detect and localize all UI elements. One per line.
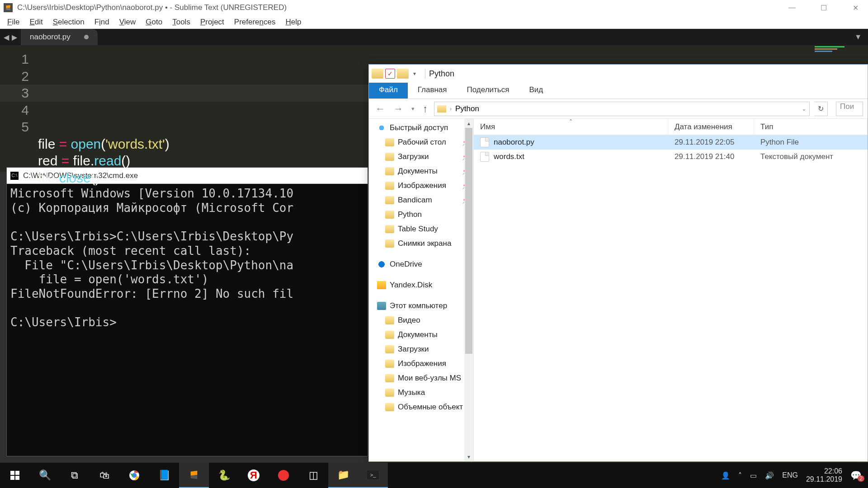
system-tray: 👤 ˄ ▭ 🔊 ENG 22:06 29.11.2019 💬2 [715, 467, 868, 484]
yandex-icon [377, 281, 386, 289]
editor-tab[interactable]: naoborot.py [21, 29, 98, 45]
qat-dropdown[interactable]: ▾ [410, 70, 419, 77]
tree-ms-nodes[interactable]: Мои веб-узлы MS [369, 371, 473, 385]
unsaved-indicator-icon [84, 35, 89, 39]
tree-python[interactable]: Python [369, 207, 473, 222]
ribbon-tab-home[interactable]: Главная [408, 83, 457, 99]
notif-count: 2 [858, 475, 864, 482]
menu-preferences[interactable]: Preferences [230, 17, 280, 28]
tree-downloads2[interactable]: Загрузки [369, 342, 473, 357]
menu-find[interactable]: Find [90, 17, 114, 28]
svg-rect-3 [15, 476, 19, 480]
menu-selection[interactable]: Selection [48, 17, 89, 28]
chrome-button[interactable] [119, 463, 149, 488]
sublime-app-icon [4, 3, 13, 12]
store-button[interactable]: 🛍 [90, 463, 119, 488]
folder-icon [385, 374, 394, 382]
app-button[interactable]: ◫ [298, 463, 328, 488]
taskbar: 🔍 ⧉ 🛍 📘 🐍 Я ◫ 📁 >_ 👤 ˄ ▭ 🔊 ENG 22:06 29.… [0, 463, 868, 488]
menu-view[interactable]: View [115, 17, 141, 28]
qat-properties-icon[interactable]: ✓ [385, 69, 395, 79]
tree-documents2[interactable]: Документы [369, 328, 473, 342]
ribbon-tab-view[interactable]: Вид [519, 83, 553, 99]
cmd-output[interactable]: Microsoft Windows [Version 10.0.17134.10… [7, 184, 368, 333]
menu-edit[interactable]: Edit [25, 17, 47, 28]
tab-nav-back[interactable]: ◀ [4, 33, 9, 42]
record-button[interactable] [269, 463, 298, 488]
folder-icon [385, 360, 394, 368]
svg-rect-0 [10, 471, 14, 475]
folder-icon [385, 403, 394, 411]
tree-music[interactable]: Музыка [369, 385, 473, 400]
minimize-button[interactable]: — [783, 4, 801, 12]
folder-icon [385, 225, 394, 233]
notes-button[interactable]: 📘 [149, 463, 179, 488]
line-num: 5 [0, 118, 29, 136]
folder-icon [385, 389, 394, 397]
sublime-tab-bar: ◀ ▶ naoborot.py ▼ [0, 29, 868, 45]
tree-screenshots[interactable]: Снимки экрана [369, 236, 473, 251]
cmd-taskbar-button[interactable]: >_ [358, 463, 388, 488]
pc-icon [377, 302, 386, 310]
explorer-ribbon: Файл Главная Поделиться Вид [369, 83, 868, 99]
tree-onedrive[interactable]: OneDrive [369, 257, 473, 272]
line-gutter: 1 2 3 4 5 [0, 45, 36, 172]
sublime-titlebar[interactable]: C:\Users\Irbis\Desktop\Python\naoborot.p… [0, 0, 868, 15]
sublime-title-text: C:\Users\Irbis\Desktop\Python\naoborot.p… [17, 3, 287, 12]
notifications-button[interactable]: 💬2 [850, 470, 862, 481]
folder-icon [385, 316, 394, 324]
clock-date: 29.11.2019 [806, 475, 842, 483]
search-button[interactable]: 🔍 [30, 463, 60, 488]
folder-icon [385, 196, 394, 204]
menu-tools[interactable]: Tools [168, 17, 195, 28]
sublime-menu-bar: File Edit Selection Find View Goto Tools… [0, 15, 868, 29]
maximize-button[interactable]: ☐ [815, 4, 833, 12]
folder-icon [385, 331, 394, 339]
folder-icon [385, 345, 394, 353]
python-taskbar-button[interactable]: 🐍 [209, 463, 239, 488]
cmd-icon: C:\ [10, 172, 19, 180]
scroll-down-icon[interactable]: ▾ [464, 452, 473, 461]
editor-tab-label: naoborot.py [30, 33, 71, 42]
tray-chevron-icon[interactable]: ˄ [738, 471, 742, 480]
onedrive-icon [377, 260, 386, 268]
sublime-taskbar-button[interactable] [179, 463, 209, 488]
close-button[interactable]: ✕ [846, 4, 864, 12]
volume-icon[interactable]: 🔊 [765, 471, 774, 480]
battery-icon[interactable]: ▭ [750, 471, 757, 480]
people-icon[interactable]: 👤 [721, 471, 730, 480]
task-view-button[interactable]: ⧉ [60, 463, 90, 488]
qat-newfolder-icon[interactable] [397, 69, 409, 79]
menu-goto[interactable]: Goto [141, 17, 167, 28]
minimap[interactable] [815, 46, 864, 52]
folder-icon [385, 239, 394, 248]
svg-rect-1 [15, 471, 19, 475]
tree-this-pc[interactable]: Этот компьютер [369, 299, 473, 313]
explorer-taskbar-button[interactable]: 📁 [328, 463, 358, 488]
svg-rect-2 [10, 476, 14, 480]
menu-help[interactable]: Help [281, 17, 306, 28]
tree-videos[interactable]: Видео [369, 313, 473, 328]
explorer-title-text: Python [429, 69, 454, 79]
cmd-window[interactable]: C:\ C:\WINDOWS\system32\cmd.exe Microsof… [6, 167, 368, 456]
folder-icon [385, 211, 394, 219]
tab-overflow-button[interactable]: ▼ [848, 29, 868, 45]
tree-pictures2[interactable]: Изображения [369, 357, 473, 371]
start-button[interactable] [0, 463, 30, 488]
tree-yandex[interactable]: Yandex.Disk [369, 278, 473, 292]
ribbon-tab-share[interactable]: Поделиться [457, 83, 519, 99]
tree-tablestudy[interactable]: Table Study [369, 222, 473, 236]
tree-bandicam[interactable]: Bandicam📌 [369, 193, 473, 207]
clock-time: 22:06 [806, 467, 842, 475]
yandex-taskbar-button[interactable]: Я [239, 463, 269, 488]
menu-project[interactable]: Project [196, 17, 229, 28]
clock[interactable]: 22:06 29.11.2019 [806, 467, 842, 484]
language-indicator[interactable]: ENG [782, 471, 798, 479]
ribbon-tab-file[interactable]: Файл [369, 83, 408, 99]
qat-folder-icon[interactable] [372, 69, 383, 79]
line-num: 2 [0, 68, 29, 85]
menu-file[interactable]: File [3, 17, 24, 28]
explorer-titlebar[interactable]: ✓ ▾ Python [369, 65, 868, 83]
tab-nav-fwd[interactable]: ▶ [12, 33, 17, 42]
tree-3dobjects[interactable]: Объемные объект [369, 400, 473, 414]
